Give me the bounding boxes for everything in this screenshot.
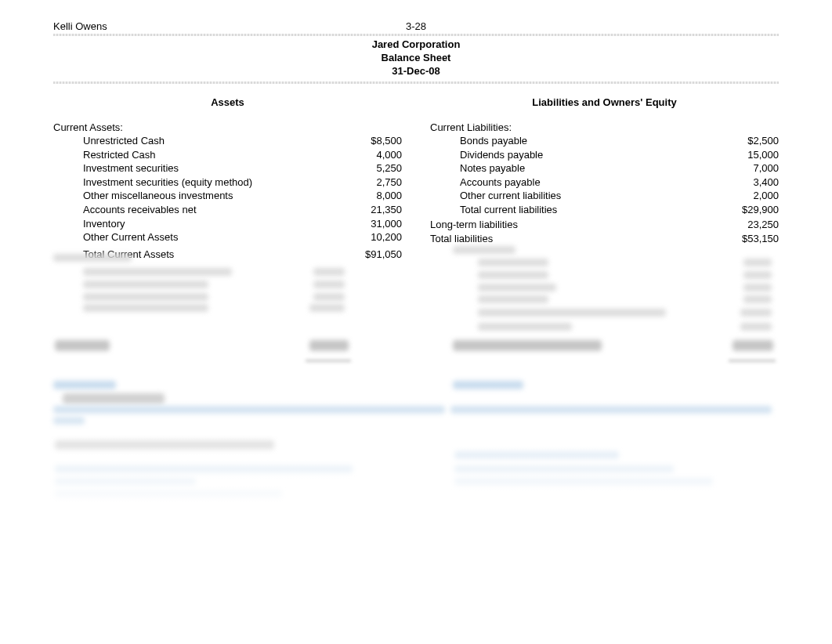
asset-label: Accounts receivables net bbox=[83, 203, 197, 217]
liability-label: Notes payable bbox=[460, 161, 525, 175]
liability-value: 7,000 bbox=[716, 161, 779, 175]
total-current-assets-label: Total Current Assets bbox=[83, 248, 174, 262]
liability-value: $2,500 bbox=[716, 134, 779, 148]
columns: Assets Current Assets: Unrestricted Cash… bbox=[53, 96, 779, 261]
liability-value: 15,000 bbox=[716, 148, 779, 162]
asset-label: Other Current Assets bbox=[83, 230, 178, 244]
blank-value bbox=[339, 121, 402, 135]
asset-value: 4,000 bbox=[339, 148, 402, 162]
rule-top bbox=[53, 34, 779, 36]
liability-label: Accounts payable bbox=[460, 175, 541, 190]
asset-label: Restricted Cash bbox=[83, 148, 155, 162]
top-row: Kelli Owens 3-28 . bbox=[53, 20, 779, 32]
asset-value: $8,500 bbox=[339, 134, 402, 148]
total-liabilities-value: $53,150 bbox=[716, 232, 779, 246]
current-assets-label-row: Current Assets: bbox=[53, 121, 402, 135]
obscured-region bbox=[0, 246, 832, 505]
current-liabilities-label-row: Current Liabilities: bbox=[430, 121, 779, 135]
liability-value: 3,400 bbox=[716, 175, 779, 190]
asset-row: Investment securities (equity method) 2,… bbox=[53, 175, 402, 190]
asset-row: Accounts receivables net 21,350 bbox=[53, 203, 402, 217]
asset-value: 2,750 bbox=[339, 175, 402, 190]
asset-row: Other Current Assets 10,200 bbox=[53, 230, 402, 244]
liability-label: Other current liabilities bbox=[460, 189, 561, 203]
asset-value: 5,250 bbox=[339, 161, 402, 175]
balance-sheet: Kelli Owens 3-28 . Jared Corporation Bal… bbox=[0, 0, 832, 644]
asset-label: Inventory bbox=[83, 217, 125, 231]
liability-label: Bonds payable bbox=[460, 134, 527, 148]
asset-value: 21,350 bbox=[339, 203, 402, 217]
total-current-liabilities-value: $29,900 bbox=[716, 203, 779, 217]
current-liabilities-label: Current Liabilities: bbox=[430, 121, 512, 135]
asset-value: 10,200 bbox=[339, 230, 402, 244]
liability-value: 2,000 bbox=[716, 189, 779, 203]
total-liabilities-label: Total liabilities bbox=[430, 232, 493, 246]
blank-value bbox=[716, 121, 779, 135]
liability-row: Notes payable 7,000 bbox=[430, 161, 779, 175]
asset-label: Other miscellaneous investments bbox=[83, 189, 233, 203]
assets-heading: Assets bbox=[53, 96, 402, 108]
asset-label: Investment securities bbox=[83, 161, 179, 175]
liability-row: Accounts payable 3,400 bbox=[430, 175, 779, 190]
total-current-liabilities-label: Total current liabilities bbox=[460, 203, 557, 217]
title-block: Jared Corporation Balance Sheet 31-Dec-0… bbox=[53, 38, 779, 78]
company-name: Jared Corporation bbox=[53, 38, 779, 52]
current-assets-label: Current Assets: bbox=[53, 121, 123, 135]
document-title: Balance Sheet bbox=[53, 52, 779, 65]
liability-row: Dividends payable 15,000 bbox=[430, 148, 779, 162]
rule-mid bbox=[53, 81, 779, 84]
liability-row: Bonds payable $2,500 bbox=[430, 134, 779, 148]
author-name: Kelli Owens bbox=[53, 20, 107, 32]
asset-row: Restricted Cash 4,000 bbox=[53, 148, 402, 162]
liabilities-heading: Liabilities and Owners' Equity bbox=[430, 96, 779, 108]
assets-column: Assets Current Assets: Unrestricted Cash… bbox=[53, 96, 416, 261]
total-current-assets-row: Total Current Assets $91,050 bbox=[53, 248, 402, 262]
long-term-liabilities-row: Long-term liabilities 23,250 bbox=[430, 218, 779, 232]
asset-value: 31,000 bbox=[339, 217, 402, 231]
asset-row: Inventory 31,000 bbox=[53, 217, 402, 231]
asset-row: Other miscellaneous investments 8,000 bbox=[53, 189, 402, 203]
asset-row: Unrestricted Cash $8,500 bbox=[53, 134, 402, 148]
fade-overlay bbox=[0, 368, 832, 509]
asset-row: Investment securities 5,250 bbox=[53, 161, 402, 175]
total-current-assets-value: $91,050 bbox=[339, 248, 402, 262]
asset-label: Unrestricted Cash bbox=[83, 134, 165, 148]
document-date: 31-Dec-08 bbox=[53, 65, 779, 78]
long-term-liabilities-label: Long-term liabilities bbox=[430, 218, 518, 232]
liability-row: Other current liabilities 2,000 bbox=[430, 189, 779, 203]
liability-label: Dividends payable bbox=[460, 148, 543, 162]
page-reference: 3-28 bbox=[406, 20, 426, 32]
liabilities-column: Liabilities and Owners' Equity Current L… bbox=[416, 96, 779, 261]
total-current-liabilities-row: Total current liabilities $29,900 bbox=[430, 203, 779, 217]
asset-label: Investment securities (equity method) bbox=[83, 175, 252, 190]
asset-value: 8,000 bbox=[339, 189, 402, 203]
long-term-liabilities-value: 23,250 bbox=[716, 218, 779, 232]
total-liabilities-row: Total liabilities $53,150 bbox=[430, 232, 779, 246]
